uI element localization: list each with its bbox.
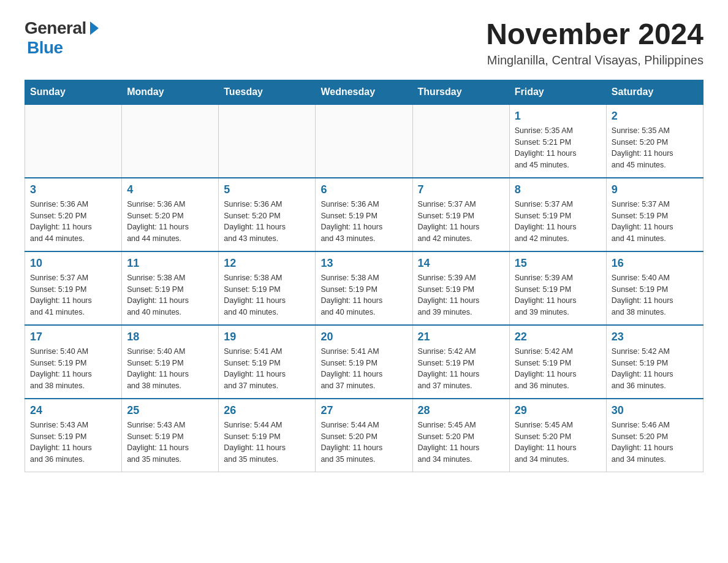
logo-general-text: General [25, 18, 86, 38]
day-number: 4 [127, 183, 213, 196]
calendar-cell: 4Sunrise: 5:36 AM Sunset: 5:20 PM Daylig… [122, 178, 219, 251]
day-number: 18 [127, 331, 213, 343]
weekday-header-friday: Friday [509, 80, 606, 104]
day-info: Sunrise: 5:38 AM Sunset: 5:19 PM Dayligh… [224, 272, 310, 318]
day-number: 19 [224, 331, 310, 343]
calendar-cell: 3Sunrise: 5:36 AM Sunset: 5:20 PM Daylig… [25, 178, 122, 251]
day-number: 11 [127, 257, 213, 270]
day-number: 15 [515, 257, 601, 270]
calendar-cell: 10Sunrise: 5:37 AM Sunset: 5:19 PM Dayli… [25, 251, 122, 325]
calendar-cell: 19Sunrise: 5:41 AM Sunset: 5:19 PM Dayli… [219, 325, 316, 399]
calendar-cell: 16Sunrise: 5:40 AM Sunset: 5:19 PM Dayli… [606, 251, 703, 325]
calendar-cell: 28Sunrise: 5:45 AM Sunset: 5:20 PM Dayli… [412, 399, 509, 472]
day-info: Sunrise: 5:37 AM Sunset: 5:19 PM Dayligh… [418, 199, 504, 245]
weekday-header-tuesday: Tuesday [219, 80, 316, 104]
calendar-cell: 21Sunrise: 5:42 AM Sunset: 5:19 PM Dayli… [412, 325, 509, 399]
weekday-header-thursday: Thursday [412, 80, 509, 104]
day-info: Sunrise: 5:40 AM Sunset: 5:19 PM Dayligh… [127, 346, 213, 392]
day-number: 9 [612, 183, 698, 196]
day-info: Sunrise: 5:40 AM Sunset: 5:19 PM Dayligh… [612, 272, 698, 318]
day-number: 2 [612, 110, 698, 123]
day-number: 28 [418, 404, 504, 417]
day-info: Sunrise: 5:37 AM Sunset: 5:19 PM Dayligh… [30, 272, 116, 318]
weekday-header-sunday: Sunday [25, 80, 122, 104]
logo: General Blue [25, 18, 99, 58]
calendar-cell: 2Sunrise: 5:35 AM Sunset: 5:20 PM Daylig… [606, 104, 703, 178]
day-number: 26 [224, 404, 310, 417]
day-info: Sunrise: 5:37 AM Sunset: 5:19 PM Dayligh… [515, 199, 601, 245]
day-info: Sunrise: 5:41 AM Sunset: 5:19 PM Dayligh… [320, 346, 407, 392]
day-number: 23 [612, 331, 698, 343]
day-number: 20 [320, 331, 407, 343]
day-info: Sunrise: 5:36 AM Sunset: 5:19 PM Dayligh… [320, 199, 407, 245]
week-row-5: 24Sunrise: 5:43 AM Sunset: 5:19 PM Dayli… [25, 399, 703, 472]
day-info: Sunrise: 5:36 AM Sunset: 5:20 PM Dayligh… [30, 199, 116, 245]
calendar-cell: 27Sunrise: 5:44 AM Sunset: 5:20 PM Dayli… [316, 399, 412, 472]
calendar-cell: 20Sunrise: 5:41 AM Sunset: 5:19 PM Dayli… [316, 325, 412, 399]
day-number: 22 [515, 331, 601, 343]
day-number: 6 [320, 183, 407, 196]
day-number: 16 [612, 257, 698, 270]
calendar-cell: 12Sunrise: 5:38 AM Sunset: 5:19 PM Dayli… [219, 251, 316, 325]
calendar-cell: 17Sunrise: 5:40 AM Sunset: 5:19 PM Dayli… [25, 325, 122, 399]
month-title: November 2024 [486, 18, 703, 51]
calendar-cell: 7Sunrise: 5:37 AM Sunset: 5:19 PM Daylig… [412, 178, 509, 251]
day-number: 24 [30, 404, 116, 417]
calendar-cell: 18Sunrise: 5:40 AM Sunset: 5:19 PM Dayli… [122, 325, 219, 399]
calendar-cell: 13Sunrise: 5:38 AM Sunset: 5:19 PM Dayli… [316, 251, 412, 325]
calendar-cell: 29Sunrise: 5:45 AM Sunset: 5:20 PM Dayli… [509, 399, 606, 472]
day-info: Sunrise: 5:40 AM Sunset: 5:19 PM Dayligh… [30, 346, 116, 392]
calendar-cell: 5Sunrise: 5:36 AM Sunset: 5:20 PM Daylig… [219, 178, 316, 251]
day-info: Sunrise: 5:42 AM Sunset: 5:19 PM Dayligh… [515, 346, 601, 392]
calendar-cell [25, 104, 122, 178]
calendar-cell: 14Sunrise: 5:39 AM Sunset: 5:19 PM Dayli… [412, 251, 509, 325]
day-info: Sunrise: 5:36 AM Sunset: 5:20 PM Dayligh… [127, 199, 213, 245]
day-info: Sunrise: 5:44 AM Sunset: 5:19 PM Dayligh… [224, 419, 310, 465]
calendar-cell [219, 104, 316, 178]
day-number: 10 [30, 257, 116, 270]
day-number: 17 [30, 331, 116, 343]
day-info: Sunrise: 5:38 AM Sunset: 5:19 PM Dayligh… [320, 272, 407, 318]
day-info: Sunrise: 5:46 AM Sunset: 5:20 PM Dayligh… [612, 419, 698, 465]
day-info: Sunrise: 5:35 AM Sunset: 5:20 PM Dayligh… [612, 125, 698, 171]
title-section: November 2024 Minglanilla, Central Visay… [486, 18, 703, 67]
day-info: Sunrise: 5:35 AM Sunset: 5:21 PM Dayligh… [515, 125, 601, 171]
day-info: Sunrise: 5:36 AM Sunset: 5:20 PM Dayligh… [224, 199, 310, 245]
week-row-3: 10Sunrise: 5:37 AM Sunset: 5:19 PM Dayli… [25, 251, 703, 325]
calendar-cell [122, 104, 219, 178]
calendar-cell: 23Sunrise: 5:42 AM Sunset: 5:19 PM Dayli… [606, 325, 703, 399]
weekday-header-wednesday: Wednesday [316, 80, 412, 104]
day-number: 29 [515, 404, 601, 417]
logo-arrow-icon [90, 21, 99, 35]
logo-blue-text: Blue [27, 38, 63, 58]
page-header: General Blue November 2024 Minglanilla, … [25, 18, 703, 67]
calendar-table: SundayMondayTuesdayWednesdayThursdayFrid… [25, 80, 703, 472]
calendar-cell: 1Sunrise: 5:35 AM Sunset: 5:21 PM Daylig… [509, 104, 606, 178]
day-number: 7 [418, 183, 504, 196]
day-info: Sunrise: 5:42 AM Sunset: 5:19 PM Dayligh… [612, 346, 698, 392]
calendar-cell [412, 104, 509, 178]
day-number: 5 [224, 183, 310, 196]
calendar-cell: 25Sunrise: 5:43 AM Sunset: 5:19 PM Dayli… [122, 399, 219, 472]
day-number: 3 [30, 183, 116, 196]
calendar-cell: 9Sunrise: 5:37 AM Sunset: 5:19 PM Daylig… [606, 178, 703, 251]
calendar-cell: 8Sunrise: 5:37 AM Sunset: 5:19 PM Daylig… [509, 178, 606, 251]
day-info: Sunrise: 5:43 AM Sunset: 5:19 PM Dayligh… [30, 419, 116, 465]
week-row-1: 1Sunrise: 5:35 AM Sunset: 5:21 PM Daylig… [25, 104, 703, 178]
day-number: 30 [612, 404, 698, 417]
day-info: Sunrise: 5:38 AM Sunset: 5:19 PM Dayligh… [127, 272, 213, 318]
calendar-cell: 30Sunrise: 5:46 AM Sunset: 5:20 PM Dayli… [606, 399, 703, 472]
day-number: 21 [418, 331, 504, 343]
day-info: Sunrise: 5:42 AM Sunset: 5:19 PM Dayligh… [418, 346, 504, 392]
week-row-2: 3Sunrise: 5:36 AM Sunset: 5:20 PM Daylig… [25, 178, 703, 251]
day-info: Sunrise: 5:43 AM Sunset: 5:19 PM Dayligh… [127, 419, 213, 465]
location-title: Minglanilla, Central Visayas, Philippine… [486, 53, 703, 67]
day-number: 14 [418, 257, 504, 270]
week-row-4: 17Sunrise: 5:40 AM Sunset: 5:19 PM Dayli… [25, 325, 703, 399]
calendar-cell: 15Sunrise: 5:39 AM Sunset: 5:19 PM Dayli… [509, 251, 606, 325]
calendar-cell [316, 104, 412, 178]
calendar-cell: 26Sunrise: 5:44 AM Sunset: 5:19 PM Dayli… [219, 399, 316, 472]
day-number: 25 [127, 404, 213, 417]
day-number: 13 [320, 257, 407, 270]
weekday-header-monday: Monday [122, 80, 219, 104]
